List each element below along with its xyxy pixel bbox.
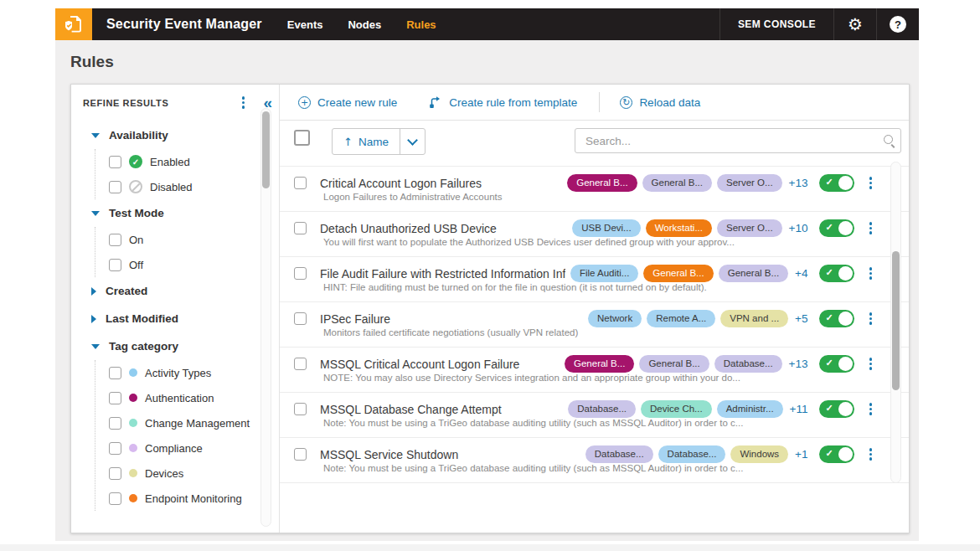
rule-enabled-toggle[interactable]: ✓	[819, 355, 854, 373]
row-checkbox[interactable]	[294, 312, 307, 325]
tag[interactable]: Administr...	[717, 400, 783, 418]
sem-console-button[interactable]: SEM CONSOLE	[720, 18, 833, 30]
tag[interactable]: Server O...	[717, 174, 782, 192]
tag[interactable]: USB Devi...	[572, 219, 640, 237]
nav-nodes[interactable]: Nodes	[348, 18, 381, 31]
checkbox[interactable]	[109, 442, 121, 455]
tag[interactable]: Server O...	[717, 219, 782, 237]
tag[interactable]: VPN and ...	[720, 310, 788, 327]
filter-option-change-management[interactable]: Change Management	[95, 410, 260, 435]
rule-enabled-toggle[interactable]: ✓	[819, 310, 854, 327]
more-tags-count[interactable]: +13	[789, 177, 808, 189]
row-menu-icon[interactable]	[866, 311, 876, 327]
row-checkbox[interactable]	[294, 403, 307, 415]
help-button[interactable]: ?	[877, 8, 919, 40]
rule-title[interactable]: MSSQL Critical Account Logon Failure	[320, 358, 560, 371]
rule-title[interactable]: Critical Account Logon Failures	[320, 177, 562, 190]
filter-group-header[interactable]: Last Modified	[71, 305, 260, 332]
filter-option-compliance[interactable]: Compliance	[95, 435, 260, 461]
row-menu-icon[interactable]	[866, 401, 876, 417]
filter-option-disabled[interactable]: Disabled	[95, 174, 260, 199]
sem-logo[interactable]	[55, 8, 92, 40]
nav-events[interactable]: Events	[287, 18, 323, 31]
rule-title[interactable]: File Audit Failure with Restricted Infor…	[320, 267, 565, 281]
tag[interactable]: Database...	[658, 445, 726, 463]
rule-enabled-toggle[interactable]: ✓	[819, 400, 854, 418]
checkbox[interactable]	[109, 417, 121, 430]
tag[interactable]: General B...	[567, 174, 637, 192]
checkbox[interactable]	[109, 181, 121, 193]
filter-option-endpoint-monitoring[interactable]: Endpoint Monitoring	[95, 486, 260, 511]
filter-group-header[interactable]: Tag category	[71, 332, 260, 360]
rule-enabled-toggle[interactable]: ✓	[819, 265, 854, 282]
reload-data-button[interactable]: ↻ Reload data	[620, 96, 700, 109]
filter-option-on[interactable]: On	[95, 227, 260, 252]
rule-title[interactable]: MSSQL Service Shutdown	[320, 448, 580, 461]
tag[interactable]: General B...	[643, 265, 713, 282]
rule-title[interactable]: MSSQL Database Change Attempt	[320, 403, 563, 416]
tag[interactable]: Database...	[585, 445, 653, 463]
checkbox[interactable]	[109, 367, 121, 379]
sort-dropdown-button[interactable]	[400, 129, 425, 154]
rule-enabled-toggle[interactable]: ✓	[819, 219, 854, 237]
checkbox[interactable]	[109, 259, 121, 271]
row-checkbox[interactable]	[294, 222, 307, 234]
tag[interactable]: General B...	[639, 355, 709, 373]
more-tags-count[interactable]: +4	[795, 267, 807, 280]
checkbox[interactable]	[109, 234, 121, 246]
more-tags-count[interactable]: +11	[790, 403, 808, 415]
list-scrollbar-thumb[interactable]	[892, 251, 900, 390]
search-input[interactable]	[575, 129, 900, 152]
sidebar-scrollbar[interactable]	[260, 108, 271, 527]
tag[interactable]: General B...	[565, 355, 634, 373]
row-checkbox[interactable]	[294, 267, 307, 280]
row-checkbox[interactable]	[294, 448, 307, 461]
more-tags-count[interactable]: +13	[789, 358, 808, 370]
sort-by-name-button[interactable]: ↑ Name	[333, 129, 400, 154]
filter-option-authentication[interactable]: Authentication	[95, 385, 260, 410]
tag[interactable]: Windows	[730, 445, 788, 463]
checkbox[interactable]	[109, 156, 121, 168]
sidebar-menu-icon[interactable]	[239, 95, 249, 111]
row-menu-icon[interactable]	[866, 220, 876, 236]
checkbox[interactable]	[109, 467, 121, 480]
checkbox[interactable]	[109, 492, 121, 505]
tag[interactable]: Database...	[714, 355, 782, 373]
row-checkbox[interactable]	[294, 358, 307, 370]
rule-title[interactable]: Detach Unauthorized USB Device	[320, 222, 567, 235]
filter-group-header[interactable]: Created	[71, 277, 260, 305]
more-tags-count[interactable]: +1	[795, 448, 807, 461]
create-new-rule-button[interactable]: + Create new rule	[298, 96, 397, 109]
rule-enabled-toggle[interactable]: ✓	[819, 174, 854, 192]
filter-group-header[interactable]: Availability	[71, 121, 260, 149]
create-rule-from-template-button[interactable]: Create rule from template	[429, 95, 577, 109]
filter-option-enabled[interactable]: ✓ Enabled	[95, 149, 260, 174]
filter-option-activity-types[interactable]: Activity Types	[95, 360, 260, 385]
tag[interactable]: Remote A...	[647, 310, 715, 327]
tag[interactable]: Device Ch...	[641, 400, 712, 418]
more-tags-count[interactable]: +5	[795, 312, 807, 325]
tag[interactable]: General B...	[642, 174, 712, 192]
more-tags-count[interactable]: +10	[789, 222, 808, 234]
tag[interactable]: Database...	[568, 400, 636, 418]
select-all-checkbox[interactable]	[294, 130, 310, 146]
filter-option-devices[interactable]: Devices	[95, 461, 260, 486]
rule-enabled-toggle[interactable]: ✓	[819, 445, 854, 463]
row-menu-icon[interactable]	[866, 446, 876, 462]
settings-button[interactable]: ⚙	[834, 8, 876, 40]
tag[interactable]: Workstati...	[646, 219, 712, 237]
row-checkbox[interactable]	[294, 177, 307, 189]
tag[interactable]: General B...	[719, 265, 788, 282]
rule-title[interactable]: IPSec Failure	[320, 312, 583, 326]
list-scrollbar[interactable]	[890, 162, 901, 483]
row-menu-icon[interactable]	[866, 356, 876, 372]
checkbox[interactable]	[109, 392, 121, 404]
tag[interactable]: File Auditi...	[570, 265, 638, 282]
filter-option-off[interactable]: Off	[95, 252, 260, 277]
row-menu-icon[interactable]	[866, 175, 876, 191]
filter-group-header[interactable]: Test Mode	[71, 199, 260, 227]
row-menu-icon[interactable]	[866, 265, 876, 281]
tag[interactable]: Network	[588, 310, 642, 327]
nav-rules[interactable]: Rules	[406, 18, 436, 31]
sidebar-scrollbar-thumb[interactable]	[262, 111, 270, 188]
